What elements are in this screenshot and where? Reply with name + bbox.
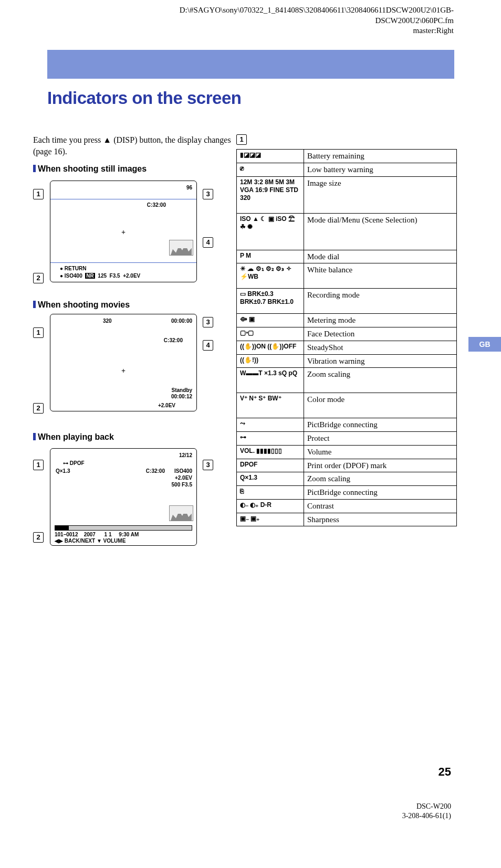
table-row: ▮◪◪◪Battery remaining [237, 150, 457, 163]
table-row: ⤳PictBridge connecting [237, 418, 457, 432]
section-heading-playback-text: When playing back [38, 432, 114, 441]
section-heading-playback: When playing back [33, 432, 114, 442]
heading-bar-icon [33, 301, 36, 308]
dia-return-label: ● RETURN [60, 266, 87, 271]
histogram-icon [169, 240, 193, 256]
dia-selftimer: C:32:00 [147, 202, 166, 208]
indicator-icon-cell: ⊶ [237, 432, 304, 446]
heading-bar-icon [33, 433, 36, 440]
callout-3: 3 [203, 189, 213, 199]
indicator-desc-cell: Metering mode [304, 314, 457, 327]
indicator-icon-cell: ▢⸰▢ [237, 327, 304, 341]
indicator-icon-cell: ⎚ [237, 163, 304, 176]
dia-movie-size: 320 [103, 318, 112, 324]
dia-file-row: 101–0012 2007 1 1 9:30 AM [55, 532, 139, 537]
divider [50, 199, 196, 199]
dia-bottom-row: ● ISO400 NR 125 F3.5 +2.0EV [60, 273, 140, 279]
callout-4: 4 [203, 340, 213, 351]
footer-model: DSC-W200 [402, 802, 451, 811]
indicator-desc-cell: Protect [304, 432, 457, 446]
dia-ev: +2.0EV [158, 403, 175, 408]
indicator-desc-cell: Battery remaining [304, 150, 457, 163]
table-row: ISO ▲ ☾ ▣ iSO ⛱ ☘ ✺Mode dial/Menu (Scene… [237, 213, 457, 250]
diagram-playback: 12/12 ⊶ DPOF Q×1.3 C:32:00 ISO400 +2.0EV… [50, 448, 197, 546]
page-number: 25 [439, 765, 451, 779]
file-path-line2: DSCW200U2\060PC.fm [47, 16, 454, 26]
indicator-desc-cell: Image size [304, 176, 457, 213]
dia-zoom: Q×1.3 [56, 468, 70, 474]
callout-2: 2 [33, 532, 44, 543]
dia-nav-hint: ◀▶ BACK/NEXT ▼ VOLUME [55, 538, 126, 544]
dia-selftimer: C:32:00 [146, 468, 165, 474]
divider [50, 262, 196, 263]
table-row: ▭ BRK±0.3 BRK±0.7 BRK±1.0Recording mode [237, 289, 457, 314]
dia-remaining-count: 96 [186, 185, 192, 190]
dia-movie-rectime: 00:00:00 [171, 318, 192, 324]
table-row: ☀ ☁ ⚙₁ ⚙₂ ⚙₃ ✧ ⚡WBWhite balance [237, 263, 457, 289]
indicator-icon-cell: DPOF [237, 459, 304, 472]
indicator-desc-cell: Print order (DPOF) mark [304, 459, 457, 472]
table-row: DPOFPrint order (DPOF) mark [237, 459, 457, 472]
indicator-table-area: 1 ▮◪◪◪Battery remaining⎚Low battery warn… [236, 134, 457, 526]
dia-iso: ISO400 [174, 468, 192, 474]
table-row: V⁺ N⁺ S⁺ BW⁺Color mode [237, 393, 457, 418]
dia-ev: +2.0EV [175, 475, 192, 481]
table-row: ◐₋ ◐₊ D-RContrast [237, 499, 457, 513]
heading-bar-icon [33, 165, 36, 172]
dia-exposure: 500 F3.5 [172, 482, 192, 488]
file-path-line1: D:\#SAGYO\sony\070322_1_841408S\32084066… [47, 5, 454, 16]
indicator-desc-cell: Zoom scaling [304, 368, 457, 393]
indicator-desc-cell: Zoom scaling [304, 472, 457, 486]
diagram-movies: 320 00:00:00 C:32:00 + Standby 00:00:12 … [50, 314, 197, 411]
callout-1: 1 [33, 327, 44, 338]
indicator-icon-cell: ☀ ☁ ⚙₁ ⚙₂ ⚙₃ ✧ ⚡WB [237, 263, 304, 289]
indicator-desc-cell: Vibration warning [304, 354, 457, 368]
indicator-icon-cell: ◐₋ ◐₊ D-R [237, 499, 304, 513]
section-heading-movies: When shooting movies [33, 300, 130, 310]
indicator-icon-cell: 12M 3:2 8M 5M 3M VGA 16:9 FINE STD 320 [237, 176, 304, 213]
indicator-icon-cell: ▣₋ ▣₊ [237, 513, 304, 526]
callout-3: 3 [203, 317, 213, 327]
indicator-desc-cell: Mode dial/Menu (Scene Selection) [304, 213, 457, 250]
indicator-desc-cell: White balance [304, 263, 457, 289]
table-row: ⊶Protect [237, 432, 457, 446]
callout-2: 2 [33, 273, 44, 283]
indicator-desc-cell: Contrast [304, 499, 457, 513]
dia-standby-label: Standby [172, 387, 192, 393]
table-row: 12M 3:2 8M 5M 3M VGA 16:9 FINE STD 320Im… [237, 176, 457, 213]
indicator-icon-cell: ((✋!)) [237, 354, 304, 368]
section-heading-still-text: When shooting still images [38, 164, 147, 173]
histogram-icon [169, 505, 193, 521]
diagram-still: 96 C:32:00 + ● RETURN ● ISO400 NR 125 F3… [50, 181, 197, 282]
indicator-desc-cell: Sharpness [304, 513, 457, 526]
callout-3: 3 [203, 460, 213, 470]
callout-2: 2 [33, 403, 44, 414]
table-row: ((✋))ON ((✋))OFFSteadyShot [237, 341, 457, 354]
table-row: ⎚Low battery warning [237, 163, 457, 176]
indicator-desc-cell: Volume [304, 445, 457, 459]
indicator-icon-cell: ⎘ [237, 486, 304, 500]
indicator-desc-cell: Recording mode [304, 289, 457, 314]
indicator-icon-cell: Q×1.3 [237, 472, 304, 486]
crosshair-icon: + [121, 367, 126, 375]
indicator-icon-cell: V⁺ N⁺ S⁺ BW⁺ [237, 393, 304, 418]
chapter-header-bar [47, 50, 454, 79]
indicator-desc-cell: Low battery warning [304, 163, 457, 176]
file-path-line3: master:Right [47, 26, 454, 36]
indicator-icon-cell: ⤳ [237, 418, 304, 432]
table-row: ⎘PictBridge connecting [237, 486, 457, 500]
callout-1: 1 [33, 189, 44, 199]
indicator-icon-cell: ((✋))ON ((✋))OFF [237, 341, 304, 354]
indicator-icon-cell: W▬▬T ×1.3 sQ pQ [237, 368, 304, 393]
callout-4: 4 [203, 237, 213, 248]
section-heading-movies-text: When shooting movies [38, 300, 130, 309]
table-row: P MMode dial [237, 250, 457, 263]
playback-progress-bar [55, 525, 192, 531]
page-title: Indicators on the screen [47, 88, 241, 108]
callout-1: 1 [33, 460, 44, 470]
indicator-desc-cell: PictBridge connecting [304, 418, 457, 432]
table-row: ▢⸰▢Face Detection [237, 327, 457, 341]
indicator-icon-cell: ⟴ ▣ [237, 314, 304, 327]
indicator-desc-cell: Color mode [304, 393, 457, 418]
table-row: W▬▬T ×1.3 sQ pQZoom scaling [237, 368, 457, 393]
